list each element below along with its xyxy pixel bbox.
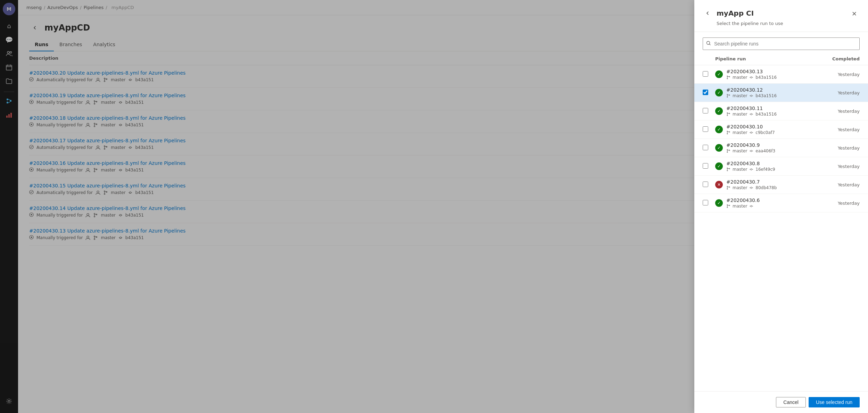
panel-header: myApp CI ✕ Select the pipeline run to us… — [694, 0, 868, 32]
svg-point-79 — [751, 132, 752, 133]
run-number: #20200430.10 — [726, 124, 825, 129]
run-checkbox-wrap[interactable] — [703, 145, 715, 151]
run-status: ✓ — [715, 199, 723, 207]
panel-run-row[interactable]: ✓ #20200430.11 master b43a1516 Yesterday — [694, 102, 868, 120]
panel-run-row[interactable]: ✓ #20200430.8 master 16ef49c9 Yesterday — [694, 157, 868, 176]
run-checkbox[interactable] — [703, 145, 708, 150]
run-checkbox-wrap[interactable] — [703, 90, 715, 96]
panel-run-row[interactable]: ✓ #20200430.13 master b43a1516 Yesterday — [694, 65, 868, 84]
run-number: #20200430.9 — [726, 142, 825, 148]
commit-icon-small — [749, 167, 753, 171]
run-checkbox[interactable] — [703, 71, 708, 77]
run-checkbox[interactable] — [703, 108, 708, 113]
run-success-icon: ✓ — [715, 89, 723, 96]
run-branch: master — [733, 167, 747, 172]
run-branch: master — [733, 130, 747, 135]
run-checkbox[interactable] — [703, 200, 708, 205]
run-commit: b43a1516 — [755, 93, 777, 98]
panel: myApp CI ✕ Select the pipeline run to us… — [694, 0, 868, 413]
run-success-icon: ✓ — [715, 70, 723, 78]
branch-icon-small — [726, 149, 730, 153]
run-checkbox[interactable] — [703, 90, 708, 95]
run-status: ✕ — [715, 181, 723, 188]
run-number: #20200430.6 — [726, 197, 825, 203]
panel-back-button[interactable] — [703, 8, 712, 18]
svg-point-77 — [727, 133, 728, 134]
panel-run-row[interactable]: ✕ #20200430.7 master 80db478b Yesterday — [694, 176, 868, 194]
run-checkbox-wrap[interactable] — [703, 71, 715, 78]
run-completed: Yesterday — [825, 182, 860, 187]
run-info: #20200430.10 master c9bc0af7 — [726, 124, 825, 135]
run-checkbox-wrap[interactable] — [703, 108, 715, 115]
svg-point-65 — [727, 78, 728, 79]
svg-point-67 — [751, 77, 752, 78]
svg-point-81 — [727, 152, 728, 152]
run-completed: Yesterday — [825, 72, 860, 77]
run-meta: master b43a1516 — [726, 93, 825, 98]
run-checkbox[interactable] — [703, 163, 708, 169]
run-branch: master — [733, 149, 747, 153]
run-number: #20200430.13 — [726, 69, 825, 74]
run-commit: b43a1516 — [755, 112, 777, 117]
use-selected-run-button[interactable]: Use selected run — [809, 397, 860, 407]
run-info: #20200430.8 master 16ef49c9 — [726, 161, 825, 172]
svg-point-73 — [727, 115, 728, 116]
run-status: ✓ — [715, 144, 723, 152]
svg-point-91 — [751, 187, 752, 188]
run-branch: master — [733, 185, 747, 190]
run-meta: master b43a1516 — [726, 112, 825, 117]
commit-icon-small — [749, 112, 753, 116]
run-info: #20200430.11 master b43a1516 — [726, 106, 825, 117]
run-checkbox-wrap[interactable] — [703, 182, 715, 188]
run-commit: b43a1516 — [755, 75, 777, 80]
panel-close-button[interactable]: ✕ — [849, 8, 860, 19]
run-checkbox[interactable] — [703, 182, 708, 187]
run-success-icon: ✓ — [715, 126, 723, 133]
branch-icon-small — [726, 94, 730, 98]
run-number: #20200430.11 — [726, 106, 825, 111]
svg-point-95 — [751, 205, 752, 207]
run-checkbox-wrap[interactable] — [703, 126, 715, 133]
panel-run-row[interactable]: ✓ #20200430.12 master b43a1516 Yesterday — [694, 84, 868, 102]
search-input[interactable] — [703, 37, 860, 50]
run-completed: Yesterday — [825, 145, 860, 151]
run-number: #20200430.8 — [726, 161, 825, 166]
run-commit: c9bc0af7 — [755, 130, 775, 135]
panel-run-row[interactable]: ✓ #20200430.6 master Yesterday — [694, 194, 868, 212]
run-branch: master — [733, 75, 747, 80]
run-completed: Yesterday — [825, 201, 860, 206]
run-success-icon: ✓ — [715, 199, 723, 207]
run-success-icon: ✓ — [715, 162, 723, 170]
branch-icon-small — [726, 186, 730, 190]
panel-subtitle: Select the pipeline run to use — [717, 21, 860, 26]
run-info: #20200430.6 master — [726, 197, 825, 209]
run-commit: 80db478b — [755, 185, 777, 190]
svg-point-85 — [727, 170, 728, 171]
panel-run-row[interactable]: ✓ #20200430.10 master c9bc0af7 Yesterday — [694, 120, 868, 139]
run-status: ✓ — [715, 162, 723, 170]
commit-icon-small — [749, 130, 753, 135]
run-info: #20200430.7 master 80db478b — [726, 179, 825, 190]
panel-run-row[interactable]: ✓ #20200430.9 master eaa406f3 Yesterday — [694, 139, 868, 157]
run-meta: master 16ef49c9 — [726, 167, 825, 172]
branch-icon-small — [726, 204, 730, 208]
run-checkbox-wrap[interactable] — [703, 200, 715, 206]
cancel-button[interactable]: Cancel — [776, 397, 806, 407]
panel-table-header: Pipeline run Completed — [694, 53, 868, 65]
run-completed: Yesterday — [825, 109, 860, 114]
run-fail-icon: ✕ — [715, 181, 723, 188]
commit-icon-small — [749, 94, 753, 98]
commit-icon-small — [749, 186, 753, 190]
svg-point-93 — [727, 207, 728, 208]
branch-icon-small — [726, 75, 730, 79]
run-completed: Yesterday — [825, 90, 860, 95]
search-box — [703, 37, 860, 50]
run-success-icon: ✓ — [715, 107, 723, 115]
run-info: #20200430.12 master b43a1516 — [726, 87, 825, 98]
branch-icon-small — [726, 130, 730, 135]
run-status: ✓ — [715, 70, 723, 78]
run-checkbox[interactable] — [703, 126, 708, 132]
run-checkbox-wrap[interactable] — [703, 163, 715, 170]
run-number: #20200430.12 — [726, 87, 825, 93]
run-branch: master — [733, 93, 747, 98]
